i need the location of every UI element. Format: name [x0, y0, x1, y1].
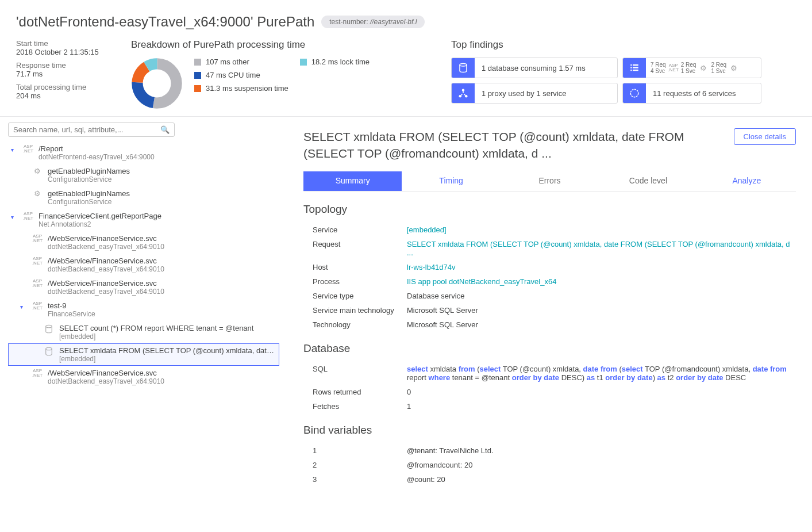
node-text: getEnabledPluginNamesConfigurationServic…: [48, 167, 276, 183]
info-label: Service main technology: [303, 306, 407, 315]
node-subtitle: dotNetBackend_easyTravel_x64:9010: [48, 288, 276, 296]
tab-analyze[interactable]: Analyze: [698, 171, 796, 191]
asp-icon: ASP.NET: [21, 212, 35, 221]
info-value: @fromandcount: 20: [407, 461, 796, 469]
tab-errors[interactable]: Errors: [501, 171, 599, 191]
info-value: @count: 20: [407, 475, 796, 484]
legend-label: 31.3 ms suspension time: [206, 84, 288, 93]
info-row: Fetches1: [303, 399, 796, 414]
service-icon: ⚙: [30, 189, 44, 198]
info-value: Database service: [407, 292, 796, 300]
node-text: /WebService/FinanceService.svcdotNetBack…: [48, 279, 276, 296]
finding-proxy[interactable]: 1 proxy used by 1 service: [451, 83, 618, 104]
asp-icon: ASP.NET: [668, 63, 679, 73]
tab-code-level[interactable]: Code level: [599, 171, 697, 191]
node-title: FinanceServiceClient.getReportPage: [39, 212, 276, 220]
search-input[interactable]: [13, 125, 160, 134]
tree-node[interactable]: ASP.NET/WebService/FinanceService.svcdot…: [8, 276, 279, 298]
legend-item: 47 ms CPU time: [194, 71, 288, 79]
tab-summary[interactable]: Summary: [303, 171, 402, 191]
info-label: Technology: [303, 320, 407, 329]
tree-node[interactable]: SELECT xmldata FROM (SELECT TOP (@count)…: [8, 343, 279, 366]
svg-point-5: [462, 89, 465, 92]
info-label: Service type: [303, 292, 407, 300]
node-text: getEnabledPluginNamesConfigurationServic…: [48, 189, 276, 206]
topology-title: Topology: [303, 203, 796, 216]
node-title: /WebService/FinanceService.svc: [48, 257, 276, 265]
tree-node[interactable]: ▾ASP.NETFinanceServiceClient.getReportPa…: [8, 209, 279, 231]
response-time-value: 71.7 ms: [16, 70, 108, 78]
svg-rect-10: [630, 67, 632, 68]
legend-item: 31.3 ms suspension time: [194, 84, 288, 93]
node-text: /ReportdotNetFrontend-easyTravel_x64:900…: [39, 144, 276, 161]
tree-node[interactable]: ▾ASP.NET/ReportdotNetFrontend-easyTravel…: [8, 141, 279, 164]
asp-icon: ASP.NET: [30, 301, 44, 311]
search-box[interactable]: 🔍: [8, 123, 175, 137]
tree-node[interactable]: ASP.NET/WebService/FinanceService.svcdot…: [8, 254, 279, 276]
info-label: Rows returned: [303, 388, 407, 396]
node-text: /WebService/FinanceService.svcdotNetBack…: [48, 257, 276, 273]
chip: 2 Req1 Svc: [681, 62, 696, 74]
legend-label: 18.2 ms lock time: [311, 58, 370, 66]
chip: 2 Req1 Svc: [711, 62, 726, 74]
legend-label: 47 ms CPU time: [206, 71, 260, 79]
info-label: 2: [303, 461, 407, 469]
info-row: Rows returned0: [303, 385, 796, 399]
svc-icon: ⚙: [698, 63, 709, 73]
tab-timing[interactable]: Timing: [402, 171, 500, 191]
tree-node[interactable]: ASP.NET/WebService/FinanceService.svcdot…: [8, 366, 279, 388]
info-value[interactable]: IIS app pool dotNetBackend_easyTravel_x6…: [407, 277, 796, 286]
tag-label: test-number:: [329, 18, 368, 26]
node-title: getEnabledPluginNames: [48, 189, 276, 198]
legend-swatch: [300, 59, 307, 66]
svc-icon: ⚙: [729, 63, 739, 73]
search-icon: 🔍: [160, 125, 170, 134]
page-title: 'dotNetFrontend-easyTravel_x64:9000' Pur…: [16, 14, 314, 30]
legend-label: 107 ms other: [206, 58, 249, 66]
tag-pill[interactable]: test-number: //easytravel-bf.l: [321, 16, 425, 28]
tag-value: //easytravel-bf.l: [370, 18, 417, 26]
info-row: Service[embedded]: [303, 223, 796, 237]
finding-chips[interactable]: 7 Req4 Svc ASP.NET 2 Req1 Svc ⚙ 2 Req1 S…: [622, 58, 761, 78]
tree-node[interactable]: ⚙getEnabledPluginNamesConfigurationServi…: [8, 164, 279, 186]
legend-item: 18.2 ms lock time: [300, 58, 370, 66]
node-subtitle: ConfigurationService: [48, 175, 276, 183]
node-title: /WebService/FinanceService.svc: [48, 369, 276, 377]
info-row: Service main technologyMicrosoft SQL Ser…: [303, 303, 796, 317]
finding-requests[interactable]: 11 requests of 6 services: [622, 83, 761, 104]
total-time-label: Total processing time: [16, 83, 108, 91]
info-label: Request: [303, 240, 407, 257]
svg-rect-9: [633, 64, 638, 66]
svg-point-15: [46, 325, 52, 328]
info-value[interactable]: [embedded]: [407, 225, 796, 234]
bindvars-title: Bind variables: [303, 424, 796, 437]
info-value[interactable]: lr-ws-lb41d74v: [407, 263, 796, 271]
chevron-down-icon[interactable]: ▾: [11, 214, 18, 220]
info-label: Service: [303, 225, 407, 234]
tree-node[interactable]: ⚙getEnabledPluginNamesConfigurationServi…: [8, 186, 279, 209]
tree-node[interactable]: ASP.NET/WebService/FinanceService.svcdot…: [8, 231, 279, 254]
tree-node[interactable]: SELECT count (*) FROM report WHERE tenan…: [8, 321, 279, 343]
database-icon: [452, 58, 475, 78]
database-title: Database: [303, 342, 796, 355]
database-icon: [42, 346, 56, 357]
node-text: SELECT count (*) FROM report WHERE tenan…: [59, 324, 276, 340]
close-details-button[interactable]: Close details: [734, 128, 796, 145]
tree-node[interactable]: ▾ASP.NETtest-9FinanceService: [8, 298, 279, 321]
finding-database[interactable]: 1 database consuming 1.57 ms: [451, 58, 618, 78]
node-subtitle: [embedded]: [59, 332, 276, 340]
info-label: Fetches: [303, 402, 407, 411]
info-value: Microsoft SQL Server: [407, 306, 796, 315]
info-value[interactable]: SELECT xmldata FROM (SELECT TOP (@count)…: [407, 240, 796, 257]
chevron-down-icon[interactable]: ▾: [11, 147, 18, 153]
node-title: /WebService/FinanceService.svc: [48, 279, 276, 288]
detail-title: SELECT xmldata FROM (SELECT TOP (@count)…: [303, 128, 694, 162]
info-row: 1@tenant: TravelNiche Ltd.: [303, 443, 796, 458]
start-time-value: 2018 October 2 11:35:15: [16, 48, 108, 56]
node-text: test-9FinanceService: [48, 301, 276, 318]
info-row: TechnologyMicrosoft SQL Server: [303, 317, 796, 332]
info-label: Process: [303, 277, 407, 286]
breakdown-title: Breakdown of PurePath processing time: [131, 39, 428, 51]
info-label: Host: [303, 263, 407, 271]
chevron-down-icon[interactable]: ▾: [20, 304, 27, 310]
